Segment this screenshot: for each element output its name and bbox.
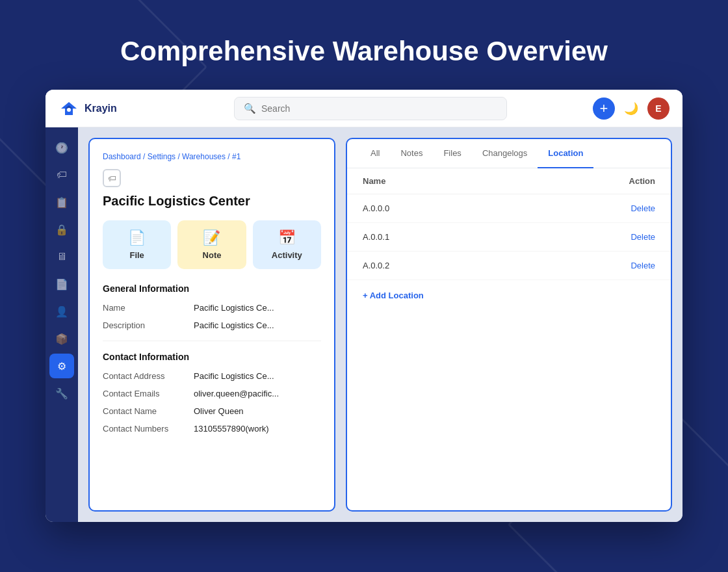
sidebar-item-clock[interactable]: 🕐 [49, 135, 74, 160]
topbar-right: + 🌙 E [592, 98, 670, 120]
sidebar-item-file[interactable]: 📋 [49, 190, 74, 214]
app-window: Krayin 🔍 + 🌙 E 🕐 🏷 📋 🔒 🖥 📄 👤 📦 ⚙ 🔧 [46, 90, 682, 522]
section-divider [103, 341, 321, 341]
left-panel: Dashboard / Settings / Warehouses / #1 🏷… [88, 138, 335, 512]
info-row-contact-numbers: Contact Numbers 13105557890(work) [103, 424, 321, 434]
tab-changelogs[interactable]: Changelogs [472, 139, 538, 168]
table-row: A.0.0.2 Delete [347, 252, 671, 280]
note-card-label: Note [203, 250, 222, 260]
tab-files[interactable]: Files [433, 139, 471, 168]
activity-card-label: Activity [272, 250, 302, 260]
info-row-emails: Contact Emails oliver.queen@pacific... [103, 389, 321, 398]
activity-action-card[interactable]: 📅 Activity [253, 220, 321, 269]
add-location-button[interactable]: + Add Location [347, 280, 439, 311]
sidebar-item-settings[interactable]: ⚙ [49, 354, 74, 378]
table-header: Name Action [347, 168, 671, 194]
topbar: Krayin 🔍 + 🌙 E [46, 90, 682, 127]
search-bar[interactable]: 🔍 [234, 97, 507, 120]
logo-icon [58, 99, 79, 118]
search-icon: 🔍 [244, 103, 256, 114]
tag-button[interactable]: 🏷 [103, 169, 121, 187]
delete-button-1[interactable]: Delete [630, 232, 655, 242]
sidebar-item-person[interactable]: 👤 [49, 299, 74, 324]
tab-location[interactable]: Location [538, 139, 593, 168]
sidebar: 🕐 🏷 📋 🔒 🖥 📄 👤 📦 ⚙ 🔧 [46, 127, 78, 522]
add-button[interactable]: + [593, 98, 615, 120]
action-cards: 📄 File 📝 Note 📅 Activity [103, 220, 321, 269]
info-row-description: Description Pacific Logistics Ce... [103, 320, 321, 330]
general-info-title: General Information [103, 283, 321, 294]
table-row: A.0.0.1 Delete [347, 223, 671, 252]
svg-point-0 [67, 108, 71, 112]
sidebar-item-lock[interactable]: 🔒 [49, 217, 74, 242]
info-row-contact-name: Contact Name Oliver Queen [103, 406, 321, 416]
sidebar-item-monitor[interactable]: 🖥 [49, 244, 74, 269]
table-row: A.0.0.0 Delete [347, 194, 671, 223]
info-row-name: Name Pacific Logistics Ce... [103, 303, 321, 313]
avatar[interactable]: E [647, 98, 670, 120]
note-action-card[interactable]: 📝 Note [177, 220, 246, 269]
logo-text: Krayin [84, 103, 117, 114]
sidebar-item-box[interactable]: 📦 [49, 326, 74, 351]
sidebar-item-tag[interactable]: 🏷 [49, 162, 74, 187]
dark-mode-button[interactable]: 🌙 [624, 101, 638, 116]
info-row-address: Contact Address Pacific Logistics Ce... [103, 371, 321, 381]
activity-card-icon: 📅 [278, 229, 296, 246]
search-input[interactable] [261, 103, 497, 114]
tab-notes[interactable]: Notes [390, 139, 433, 168]
file-card-icon: 📄 [128, 229, 146, 246]
tabs: All Notes Files Changelogs Location [347, 139, 671, 168]
tab-all[interactable]: All [360, 139, 390, 168]
delete-button-0[interactable]: Delete [630, 203, 655, 213]
right-panel: All Notes Files Changelogs Location Name… [346, 138, 672, 512]
page-title: Comprehensive Warehouse Overview [0, 0, 728, 90]
logo-area: Krayin [58, 99, 150, 118]
breadcrumb: Dashboard / Settings / Warehouses / #1 [103, 152, 321, 161]
location-table: Name Action A.0.0.0 Delete A.0.0.1 Delet… [347, 168, 671, 510]
delete-button-2[interactable]: Delete [630, 261, 655, 270]
note-card-icon: 📝 [203, 229, 220, 246]
file-card-label: File [129, 250, 144, 260]
entity-title: Pacific Logistics Center [103, 194, 321, 209]
sidebar-item-wrench[interactable]: 🔧 [49, 381, 74, 406]
contact-info-title: Contact Information [103, 352, 321, 362]
main-layout: 🕐 🏷 📋 🔒 🖥 📄 👤 📦 ⚙ 🔧 Dashboard / Settings… [46, 127, 682, 522]
sidebar-item-list[interactable]: 📄 [49, 272, 74, 296]
content-area: Dashboard / Settings / Warehouses / #1 🏷… [78, 127, 682, 522]
file-action-card[interactable]: 📄 File [103, 220, 171, 269]
